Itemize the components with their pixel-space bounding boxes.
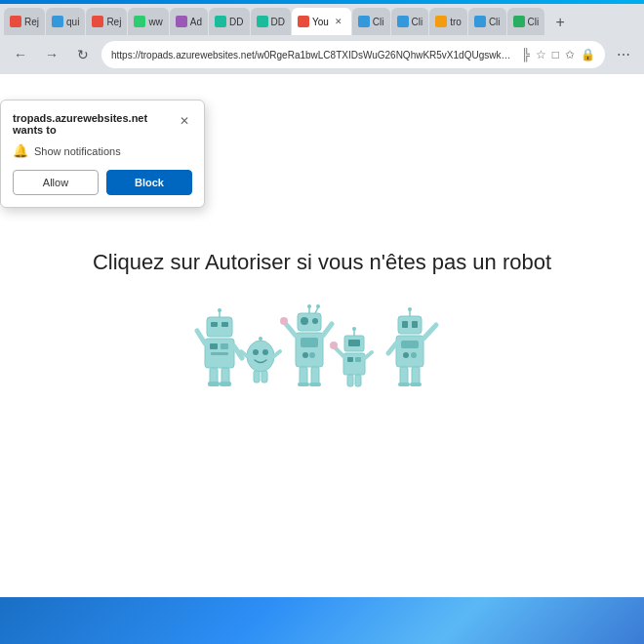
svg-rect-47 xyxy=(347,357,353,362)
tab-bar: Rej qui Rej ww Ad DD DD You xyxy=(0,0,644,35)
svg-rect-52 xyxy=(347,375,353,386)
svg-rect-41 xyxy=(309,382,321,386)
tab-qui[interactable]: qui xyxy=(46,8,85,35)
tab-rej-1[interactable]: Rej xyxy=(4,8,45,35)
back-button[interactable]: ← xyxy=(8,42,33,67)
tab-tro[interactable]: tro xyxy=(429,8,467,35)
address-bar: ← → ↻ https://tropads.azurewebsites.net/… xyxy=(0,35,644,74)
svg-point-36 xyxy=(280,317,288,325)
svg-rect-23 xyxy=(262,371,267,382)
svg-point-27 xyxy=(316,304,320,308)
robots-illustration xyxy=(176,304,468,422)
tab-label-active: You xyxy=(312,17,329,27)
tab-label: tro xyxy=(450,17,462,27)
popup-close-button[interactable]: ✕ xyxy=(177,112,192,130)
svg-point-16 xyxy=(259,337,262,341)
tab-cli-2[interactable]: Cli xyxy=(391,8,429,35)
tab-rej-2[interactable]: Rej xyxy=(86,8,127,35)
svg-point-55 xyxy=(408,307,412,311)
new-tab-button[interactable]: + xyxy=(547,10,573,35)
svg-line-37 xyxy=(323,324,332,336)
tab-dd-1[interactable]: DD xyxy=(209,8,249,35)
svg-rect-32 xyxy=(301,338,318,347)
tab-favicon xyxy=(92,16,103,27)
tab-ww[interactable]: ww xyxy=(128,8,168,35)
svg-rect-4 xyxy=(221,322,228,327)
svg-rect-11 xyxy=(210,368,218,383)
tab-label: DD xyxy=(229,17,243,27)
tab-label: qui xyxy=(66,17,79,27)
svg-point-30 xyxy=(312,318,318,324)
svg-rect-48 xyxy=(355,357,361,362)
split-view-icon[interactable]: □ xyxy=(552,48,559,61)
windows-taskbar xyxy=(0,597,644,644)
svg-point-43 xyxy=(352,327,356,331)
url-text: https://tropads.azurewebsites.net/w0RgeR… xyxy=(111,50,517,60)
svg-point-29 xyxy=(301,317,308,325)
svg-rect-2 xyxy=(207,317,232,337)
allow-button[interactable]: Allow xyxy=(13,170,99,195)
tab-label: Cli xyxy=(412,17,423,27)
tab-favicon xyxy=(10,16,21,27)
forward-button[interactable]: → xyxy=(39,42,64,67)
tab-favicon xyxy=(474,16,486,27)
svg-rect-7 xyxy=(221,343,228,349)
tab-cli-1[interactable]: Cli xyxy=(352,8,390,35)
tab-favicon xyxy=(513,16,525,27)
more-options-button[interactable]: ⋯ xyxy=(611,42,636,67)
svg-rect-6 xyxy=(210,343,218,349)
tab-label: DD xyxy=(271,17,285,27)
tab-favicon xyxy=(358,16,370,27)
tab-favicon xyxy=(257,16,268,27)
tab-favicon xyxy=(176,16,187,27)
svg-rect-45 xyxy=(348,340,360,346)
svg-rect-39 xyxy=(311,367,319,384)
svg-rect-57 xyxy=(402,321,408,328)
svg-rect-46 xyxy=(343,353,365,375)
tab-label: Rej xyxy=(106,17,121,27)
tab-you-active[interactable]: You ✕ xyxy=(292,8,351,35)
svg-rect-68 xyxy=(410,382,422,386)
svg-rect-22 xyxy=(254,371,260,382)
svg-rect-8 xyxy=(211,352,228,355)
svg-point-19 xyxy=(262,349,268,355)
tab-dd-2[interactable]: DD xyxy=(251,8,291,35)
svg-point-1 xyxy=(218,308,221,312)
tab-label: Cli xyxy=(489,17,501,27)
tab-close-button[interactable]: ✕ xyxy=(332,15,345,28)
svg-rect-56 xyxy=(398,316,422,334)
bookmark-icon[interactable]: ☆ xyxy=(536,48,546,61)
tab-favicon xyxy=(397,16,409,27)
popup-header: tropads.azurewebsites.net wants to ✕ xyxy=(13,112,192,136)
svg-point-33 xyxy=(302,352,308,358)
browser-chrome: Rej qui Rej ww Ad DD DD You xyxy=(0,0,644,74)
reload-button[interactable]: ↻ xyxy=(70,42,96,67)
svg-rect-13 xyxy=(208,382,220,386)
svg-line-63 xyxy=(423,325,436,339)
url-bar[interactable]: https://tropads.azurewebsites.net/w0RgeR… xyxy=(101,41,605,68)
read-view-icon[interactable]: ╠ xyxy=(521,48,530,61)
page-heading: Cliquez sur Autoriser si vous n'êtes pas… xyxy=(54,250,590,275)
svg-line-21 xyxy=(274,351,280,356)
svg-rect-3 xyxy=(211,322,218,327)
tab-favicon xyxy=(134,16,145,27)
block-button[interactable]: Block xyxy=(106,170,192,195)
svg-rect-59 xyxy=(396,336,423,367)
notification-popup: tropads.azurewebsites.net wants to ✕ 🔔 S… xyxy=(0,100,205,208)
tab-label: Cli xyxy=(373,17,384,27)
tab-cli-4[interactable]: Cli xyxy=(507,8,545,35)
svg-line-9 xyxy=(197,331,205,343)
popup-message: 🔔 Show notifications xyxy=(13,143,192,158)
tab-favicon xyxy=(215,16,226,27)
svg-line-49 xyxy=(336,348,343,356)
favorites-icon[interactable]: ✩ xyxy=(565,48,575,61)
svg-rect-66 xyxy=(412,367,420,384)
tab-cli-3[interactable]: Cli xyxy=(468,8,506,35)
svg-point-18 xyxy=(253,349,259,355)
popup-message-text: Show notifications xyxy=(34,145,121,157)
svg-rect-12 xyxy=(221,368,229,383)
svg-rect-67 xyxy=(398,382,410,386)
tab-ad[interactable]: Ad xyxy=(170,8,208,35)
top-accent-bar xyxy=(0,0,644,4)
svg-point-17 xyxy=(247,341,274,372)
